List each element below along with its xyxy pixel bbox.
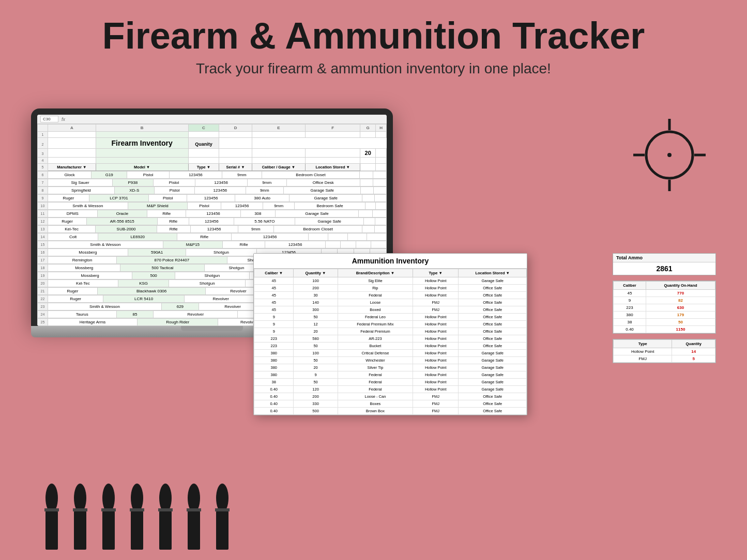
- svg-point-1: [667, 153, 672, 157]
- corner-cell: [38, 125, 48, 132]
- svg-rect-20: [158, 508, 173, 511]
- bullet-icon: [70, 483, 90, 545]
- caliber-row: 982: [614, 297, 715, 304]
- col-g: G: [360, 125, 376, 132]
- column-header-row: 5 Manufacturer ▼ Model ▼ Type ▼ Serial #…: [38, 164, 387, 171]
- svg-point-19: [159, 484, 172, 512]
- type-body: Hollow Point14FMJ5: [614, 348, 715, 363]
- col-serial: Serial # ▼: [219, 164, 252, 171]
- page-subtitle: Track your firearm & ammuntion inventory…: [0, 60, 747, 77]
- caliber-col-qty: Quantity On-Hand: [646, 282, 715, 290]
- quantity-label: Quanity: [188, 138, 219, 149]
- svg-rect-9: [74, 511, 86, 550]
- cell-reference: C30: [40, 116, 58, 122]
- svg-point-25: [216, 484, 228, 512]
- bullet-icon: [41, 483, 62, 545]
- bullet-icon: [184, 483, 204, 545]
- caliber-summary-box: Caliber Quantity On-Hand 457709822236303…: [613, 281, 716, 334]
- laptop-notch: [181, 326, 243, 331]
- svg-rect-26: [215, 508, 230, 511]
- svg-rect-15: [131, 511, 143, 550]
- ammo-row: 22350BucketHollow PointOffice Safe: [254, 343, 527, 350]
- type-row: Hollow Point14: [614, 348, 715, 355]
- caliber-row: 45770: [614, 290, 715, 297]
- caliber-table: Caliber Quantity On-Hand 457709822236303…: [613, 281, 715, 333]
- ammo-row: 0.40200Loose - CanFMJOffice Safe: [254, 393, 527, 400]
- svg-rect-6: [45, 511, 58, 550]
- bullet-icon: [98, 483, 119, 545]
- quantity-value: 20: [360, 149, 376, 158]
- ammo-row: 3850FederalHollow PointGarage Safe: [254, 379, 527, 386]
- col-location: Location Stored ▼: [306, 164, 360, 171]
- ammo-col-brand: Brand/Description ▼: [338, 269, 413, 277]
- formula-bar: C30 fx: [37, 115, 387, 124]
- bullet-icon: [212, 483, 233, 545]
- svg-rect-8: [44, 508, 59, 511]
- ammo-col-caliber: Caliber ▼: [254, 269, 294, 277]
- ammo-row: 45200RipHollow PointOffice Safe: [254, 285, 527, 292]
- crosshair-icon: [633, 119, 706, 191]
- col-a: A: [48, 125, 96, 132]
- ammo-row: 223580AR-223Hollow PointOffice Safe: [254, 335, 527, 343]
- caliber-body: 4577098222363038017938500.401150: [614, 290, 715, 333]
- svg-rect-14: [101, 508, 116, 511]
- col-header-row: A B C D E F G H: [38, 125, 387, 132]
- ammo-row: 380100Critical DefenseHollow PointGarage…: [254, 350, 527, 357]
- type-summary-box: Type Quantity Hollow Point14FMJ5: [613, 339, 716, 363]
- col-c: C: [188, 125, 219, 132]
- svg-point-22: [188, 484, 200, 512]
- ammo-row: 3809FederalHollow PointGarage Safe: [254, 371, 527, 379]
- svg-rect-21: [188, 511, 200, 550]
- sheet-row-1: 1: [38, 132, 387, 138]
- col-type: Type ▼: [188, 164, 219, 171]
- ammo-col-location: Location Stored ▼: [459, 269, 527, 277]
- type-col-qty: Quantity: [672, 340, 715, 348]
- sheet-row-4: 4: [38, 158, 387, 164]
- col-model: Model ▼: [96, 164, 188, 171]
- col-e: E: [252, 125, 305, 132]
- ammo-row: 920Federal PremiumHollow PointOffice Saf…: [254, 328, 527, 335]
- bullets-decoration: [41, 483, 233, 545]
- ammo-body: 45100Sig EliteHollow PointGarage Safe452…: [254, 277, 527, 415]
- caliber-col-caliber: Caliber: [614, 282, 646, 290]
- type-col-type: Type: [614, 340, 672, 348]
- page-title: Firearm & Ammunition Tracker: [0, 15, 747, 56]
- col-manufacturer: Manufacturer ▼: [48, 164, 96, 171]
- svg-point-10: [74, 484, 86, 512]
- ammo-row: 912Federal Premium MixHollow PointOffice…: [254, 321, 527, 328]
- svg-rect-18: [159, 511, 172, 550]
- svg-rect-23: [187, 508, 201, 511]
- ammo-row: 950Federal LeoHollow PointOffice Safe: [254, 314, 527, 321]
- svg-rect-12: [102, 511, 115, 550]
- firearm-inventory-title: Firearm Inventory: [96, 138, 188, 149]
- svg-rect-11: [73, 508, 87, 511]
- total-ammo-box: Total Ammo 2861: [613, 253, 716, 275]
- ammo-row: 45100Sig EliteHollow PointGarage Safe: [254, 277, 527, 285]
- ammo-row: 45140LooseFMJOffice Safe: [254, 299, 527, 306]
- svg-point-13: [102, 484, 115, 512]
- col-h: H: [376, 125, 387, 132]
- sheet-row-2: 2 Firearm Inventory Quanity: [38, 138, 387, 149]
- ammo-table: Caliber ▼ Quantity ▼ Brand/Description ▼…: [254, 269, 527, 415]
- page-title-area: Firearm & Ammunition Tracker Track your …: [0, 0, 747, 77]
- ammo-row: 38020Silver TipHollow PointGarage Safe: [254, 364, 527, 371]
- col-caliber: Caliber / Gauge ▼: [252, 164, 305, 171]
- ammo-row: 0.40500Brown BoxFMJOffice Safe: [254, 408, 527, 415]
- ammo-title: Ammunition Inventory: [254, 254, 527, 269]
- caliber-row: 223630: [614, 304, 715, 312]
- svg-point-7: [45, 484, 58, 512]
- fx-label: fx: [62, 117, 65, 122]
- type-table: Type Quantity Hollow Point14FMJ5: [613, 339, 715, 363]
- summary-boxes: Total Ammo 2861 Caliber Quantity On-Hand…: [613, 253, 716, 363]
- ammo-col-quantity: Quantity ▼: [294, 269, 338, 277]
- svg-point-16: [131, 484, 143, 512]
- type-row: FMJ5: [614, 355, 715, 363]
- total-ammo-value: 2861: [613, 262, 715, 275]
- ammo-col-type: Type ▼: [413, 269, 459, 277]
- bullet-icon: [127, 483, 147, 545]
- caliber-row: 0.401150: [614, 326, 715, 333]
- ammo-header-row: Caliber ▼ Quantity ▼ Brand/Description ▼…: [254, 269, 527, 277]
- col-f: F: [306, 125, 360, 132]
- bullet-icon: [155, 483, 176, 545]
- ammo-row: 4530FederalHollow PointOffice Safe: [254, 292, 527, 299]
